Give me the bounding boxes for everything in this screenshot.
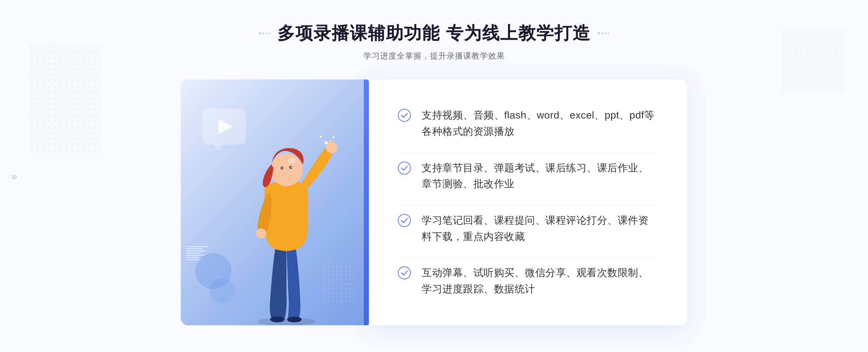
illustration-area (181, 80, 369, 325)
feature-text-1: 支持视频、音频、flash、word、excel、ppt、pdf等各种格式的资源… (422, 107, 658, 140)
feature-item-2: 支持章节目录、弹题考试、课后练习、课后作业、章节测验、批改作业 (398, 153, 658, 200)
title-row: 多项录播课辅助功能 专为线上教学打造 (259, 22, 609, 45)
blue-bar-decoration (364, 80, 369, 325)
feature-item-3: 学习笔记回看、课程提问、课程评论打分、课件资料下载，重点内容收藏 (398, 205, 658, 252)
chevron-icon-1: » (11, 170, 17, 182)
left-title-decorator (259, 32, 270, 34)
svg-point-10 (282, 167, 283, 169)
svg-point-5 (256, 228, 266, 239)
svg-point-7 (270, 154, 303, 186)
svg-point-0 (258, 317, 315, 325)
main-title: 多项录播课辅助功能 专为线上教学打造 (277, 22, 590, 45)
svg-point-1 (270, 317, 285, 322)
svg-point-2 (287, 317, 302, 322)
feature-text-4: 互动弹幕、试听购买、微信分享、观看次数限制、学习进度跟踪、数据统计 (422, 265, 658, 297)
check-icon-2 (398, 162, 411, 175)
svg-point-11 (290, 167, 292, 168)
right-title-decorator (598, 32, 609, 34)
svg-point-17 (398, 162, 410, 174)
feature-item-1: 支持视频、音频、flash、word、excel、ppt、pdf等各种格式的资源… (398, 100, 658, 147)
svg-point-18 (398, 214, 410, 227)
person-illustration (229, 108, 344, 325)
check-icon-4 (398, 266, 411, 279)
check-icon-3 (398, 214, 411, 227)
svg-point-15 (320, 136, 322, 138)
svg-point-13 (325, 141, 328, 144)
feature-text-2: 支持章节目录、弹题考试、课后练习、课后作业、章节测验、批改作业 (422, 160, 658, 193)
top-right-dots-decoration (781, 29, 846, 94)
content-area: 支持视频、音频、flash、word、excel、ppt、pdf等各种格式的资源… (181, 80, 687, 325)
features-area: 支持视频、音频、flash、word、excel、ppt、pdf等各种格式的资源… (369, 80, 687, 325)
page-container: » 多项录播课辅助功能 专为线上教学打造 学习进度全掌握，提升录播课教学效果 (0, 0, 868, 352)
left-chevrons-decoration: » (11, 170, 17, 182)
feature-item-4: 互动弹幕、试听购买、微信分享、观看次数限制、学习进度跟踪、数据统计 (398, 257, 658, 305)
header-section: 多项录播课辅助功能 专为线上教学打造 学习进度全掌握，提升录播课教学效果 (259, 22, 609, 61)
svg-point-16 (398, 109, 410, 121)
svg-point-19 (398, 267, 410, 279)
svg-point-14 (332, 136, 335, 138)
check-icon-1 (398, 109, 411, 122)
feature-text-3: 学习笔记回看、课程提问、课程评论打分、课件资料下载，重点内容收藏 (422, 213, 658, 245)
subtitle: 学习进度全掌握，提升录播课教学效果 (259, 51, 609, 61)
